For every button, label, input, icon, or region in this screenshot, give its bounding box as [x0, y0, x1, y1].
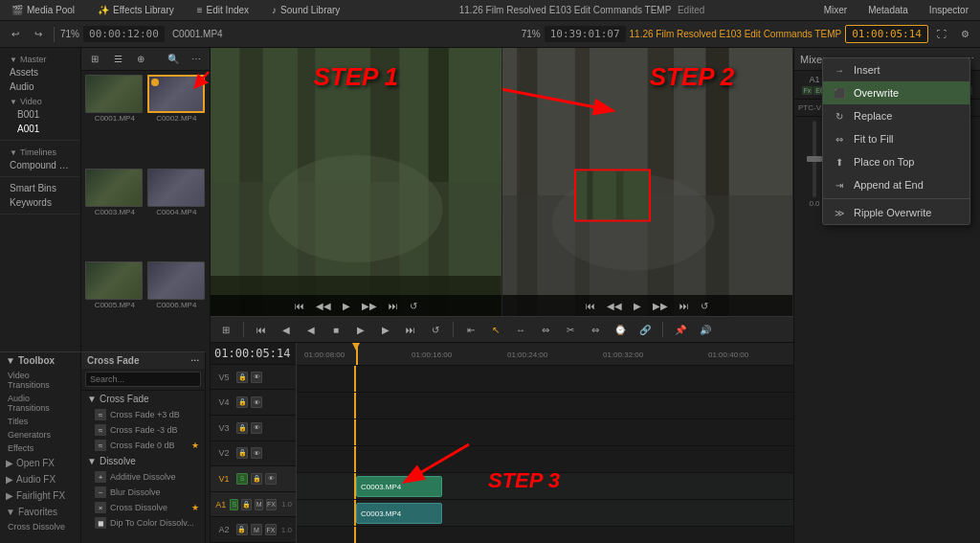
timeline-settings-button[interactable]: ⊞: [216, 320, 235, 339]
mixer-tab[interactable]: Mixer: [818, 3, 853, 17]
v1-source-button[interactable]: S: [236, 473, 248, 485]
a2-lock-button[interactable]: 🔒: [236, 524, 248, 535]
redo-button[interactable]: ↪: [29, 25, 48, 44]
assets-item[interactable]: Assets: [6, 65, 75, 79]
toolbox-audio-transitions[interactable]: Audio Transitions: [0, 392, 80, 415]
timeline-play-button[interactable]: ▶: [351, 320, 370, 339]
toolbox-header[interactable]: ▼ Toolbox: [0, 352, 80, 369]
fullscreen-button[interactable]: ⛶: [932, 25, 951, 44]
context-menu-overwrite[interactable]: ⬛ Overwrite: [823, 81, 969, 104]
prog-go-to-end-button[interactable]: ⏭: [677, 299, 692, 313]
additive-dissolve-item[interactable]: + Additive Dissolve: [81, 469, 205, 485]
v2-eye-button[interactable]: 👁: [251, 447, 262, 459]
effects-search-input[interactable]: [85, 372, 201, 387]
context-menu-place-on-top[interactable]: ⬆ Place on Top: [823, 150, 969, 173]
prog-play-button[interactable]: ▶: [631, 299, 644, 313]
v1-lock-button[interactable]: 🔒: [251, 473, 262, 485]
a2-m-button[interactable]: M: [251, 524, 262, 535]
a1-clip-c0003[interactable]: C0003.MP4: [356, 503, 442, 524]
media-pool-tab[interactable]: 🎬 Media Pool: [6, 3, 80, 17]
inspector-tab[interactable]: Inspector: [924, 3, 974, 17]
cross-fade-3db-item[interactable]: ≈ Cross Fade +3 dB: [81, 407, 205, 422]
toolbox-video-transitions[interactable]: Video Transitions: [0, 369, 80, 392]
v4-lock-button[interactable]: 🔒: [236, 396, 248, 408]
slip-tool-button[interactable]: ⇔: [586, 320, 605, 339]
program-timecode[interactable]: 01:00:05:14: [845, 25, 928, 43]
source-timecode[interactable]: 00:00:12:00: [83, 26, 165, 42]
prog-prev-frame-button[interactable]: ◀◀: [604, 299, 625, 313]
a2-fx-button[interactable]: FX: [265, 524, 277, 535]
cross-fade-neg3db-item[interactable]: ≈ Cross Fade -3 dB: [81, 422, 205, 438]
toolbox-generators[interactable]: Generators: [0, 428, 80, 441]
next-edit-button[interactable]: ▶: [376, 320, 395, 339]
dissolve-section-header[interactable]: ▼ Dissolve: [81, 453, 205, 469]
blur-dissolve-item[interactable]: ~ Blur Dissolve: [81, 485, 205, 500]
razor-tool-button[interactable]: ✂: [561, 320, 580, 339]
list-view-button[interactable]: ☰: [108, 50, 127, 69]
toolbox-effects[interactable]: Effects: [0, 441, 80, 455]
v2-lock-button[interactable]: 🔒: [236, 447, 248, 459]
audio-button[interactable]: 🔊: [696, 320, 715, 339]
favorites-cross-dissolve[interactable]: Cross Dissolve: [0, 520, 80, 533]
a1-lock-button[interactable]: 🔒: [241, 499, 252, 510]
trim-tool-button[interactable]: ↔: [511, 320, 530, 339]
search-button[interactable]: 🔍: [164, 50, 183, 69]
settings-button[interactable]: ⚙: [955, 25, 974, 44]
play-button[interactable]: ▶: [340, 299, 353, 313]
context-menu-replace[interactable]: ↻ Replace: [823, 104, 969, 127]
link-toggle-button[interactable]: 🔗: [635, 320, 655, 339]
fairlight-fx-header[interactable]: ▶ Fairlight FX: [0, 487, 80, 504]
sound-library-tab[interactable]: ♪ Sound Library: [266, 3, 345, 17]
media-thumb-c0001[interactable]: C0001.MP4: [85, 75, 145, 166]
play-reverse-button[interactable]: ◀: [301, 320, 321, 339]
loop-button[interactable]: ↺: [407, 299, 420, 313]
prev-frame-button[interactable]: ◀◀: [313, 299, 334, 313]
context-menu-append-at-end[interactable]: ⇥ Append at End: [823, 173, 969, 196]
prev-edit-button[interactable]: ◀: [277, 320, 296, 339]
cross-fade-0db-item[interactable]: ≈ Cross Fade 0 dB ★: [81, 438, 205, 453]
dip-to-color-item[interactable]: ◼ Dip To Color Dissolv...: [81, 515, 205, 531]
prog-go-to-start-button[interactable]: ⏮: [583, 299, 598, 313]
compound-item[interactable]: Compound …: [6, 158, 75, 172]
undo-button[interactable]: ↩: [6, 25, 25, 44]
open-fx-header[interactable]: ▶ Open FX: [0, 455, 80, 471]
view-toggle-button[interactable]: ⊞: [85, 50, 104, 69]
snapping-button[interactable]: 📌: [671, 320, 690, 339]
dynamic-trim-button[interactable]: ⇔: [536, 320, 555, 339]
v5-eye-button[interactable]: 👁: [251, 372, 262, 383]
ch-a1-fx-btn[interactable]: Fx: [802, 86, 813, 95]
mark-in-button[interactable]: ⇤: [461, 320, 480, 339]
media-thumb-c0002[interactable]: C0002.MP4: [147, 75, 207, 166]
prog-loop-button[interactable]: ↺: [698, 299, 711, 313]
media-thumb-c0006[interactable]: C0006.MP4: [147, 261, 207, 352]
media-thumb-c0003[interactable]: C0003.MP4: [85, 169, 145, 260]
fader-handle-a1[interactable]: [807, 156, 822, 162]
v4-eye-button[interactable]: 👁: [251, 396, 262, 408]
cross-dissolve-item[interactable]: × Cross Dissolve ★: [81, 500, 205, 515]
context-menu-fit-to-fill[interactable]: ⇔ Fit to Fill: [823, 127, 969, 150]
a1-m-button[interactable]: M: [255, 499, 263, 510]
select-tool-button[interactable]: ↖: [486, 320, 505, 339]
cross-fade-section-header[interactable]: ▼ Cross Fade: [81, 391, 205, 407]
go-to-end-button[interactable]: ⏭: [386, 299, 401, 313]
context-menu-insert[interactable]: → Insert: [823, 58, 969, 81]
a1-source-button[interactable]: S: [230, 499, 238, 510]
prog-next-frame-button[interactable]: ▶▶: [650, 299, 671, 313]
metadata-tab[interactable]: Metadata: [862, 3, 914, 17]
go-to-in-button[interactable]: ⏮: [252, 320, 271, 339]
go-to-out-button[interactable]: ⏭: [401, 320, 420, 339]
media-options-button[interactable]: ⋯: [187, 50, 206, 69]
keywords-item[interactable]: Keywords: [6, 195, 75, 210]
v5-lock-button[interactable]: 🔒: [236, 372, 248, 383]
retime-tool-button[interactable]: ⌚: [611, 320, 630, 339]
v1-eye-button[interactable]: 👁: [265, 473, 277, 485]
loop-toggle-button[interactable]: ↺: [426, 320, 445, 339]
media-thumb-c0004[interactable]: C0004.MP4: [147, 169, 207, 260]
favorites-header[interactable]: ▼ Favorites: [0, 504, 80, 520]
b001-item[interactable]: B001: [6, 107, 75, 122]
audio-item[interactable]: Audio: [6, 79, 75, 94]
audio-fx-header[interactable]: ▶ Audio FX: [0, 471, 80, 487]
go-to-start-button[interactable]: ⏮: [292, 299, 307, 313]
effects-options-button[interactable]: ⋯: [190, 356, 199, 366]
sort-button[interactable]: ⊕: [131, 50, 150, 69]
